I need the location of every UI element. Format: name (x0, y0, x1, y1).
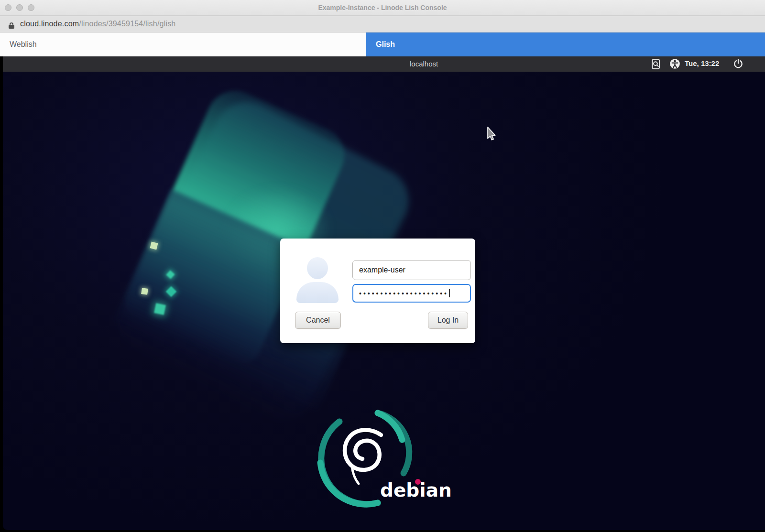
address-bar[interactable]: cloud.linode.com/linodes/39459154/lish/g… (0, 16, 765, 33)
clock-label[interactable]: Tue, 13:22 (685, 59, 719, 67)
screen: Example-Instance - Linode Lish Console c… (0, 0, 765, 532)
lock-icon (9, 22, 14, 27)
screen-magnifier-icon[interactable] (651, 58, 661, 70)
power-icon[interactable] (733, 58, 743, 69)
login-button[interactable]: Log In (428, 312, 468, 329)
tab-weblish[interactable]: Weblish (0, 33, 366, 56)
url-path: /linodes/39459154/lish/glish (79, 20, 175, 28)
mouse-cursor (487, 127, 496, 142)
wallpaper-spark (166, 286, 177, 297)
glish-display: localhost Tue, 13:22 (3, 56, 765, 530)
hostname-label: localhost (410, 60, 438, 68)
accessibility-icon[interactable] (669, 58, 680, 69)
cancel-button[interactable]: Cancel (295, 312, 341, 329)
debian-red-dot (415, 479, 421, 485)
tab-glish[interactable]: Glish (366, 33, 765, 56)
login-dialog: example-user ••••••••••••••••••••• Cance… (280, 239, 475, 343)
url-host: cloud.linode.com (20, 20, 79, 28)
debian-logo: debian (306, 402, 454, 511)
password-dots: ••••••••••••••••••••• (359, 290, 448, 297)
wallpaper-spark (141, 288, 148, 295)
console-tab-bar: Weblish Glish (0, 33, 765, 56)
debian-swirl (345, 430, 381, 470)
user-avatar (296, 257, 339, 304)
window-titlebar: Example-Instance - Linode Lish Console (0, 0, 765, 16)
wallpaper-spark (150, 242, 158, 250)
password-input[interactable]: ••••••••••••••••••••• (352, 284, 471, 303)
gnome-top-bar: localhost Tue, 13:22 (3, 56, 765, 72)
url-text[interactable]: cloud.linode.com/linodes/39459154/lish/g… (20, 20, 175, 28)
text-cursor (449, 289, 450, 297)
username-input[interactable]: example-user (352, 260, 471, 280)
window-title: Example-Instance - Linode Lish Console (0, 4, 765, 11)
wallpaper-spark (154, 303, 166, 315)
wallpaper-spark (166, 270, 175, 279)
